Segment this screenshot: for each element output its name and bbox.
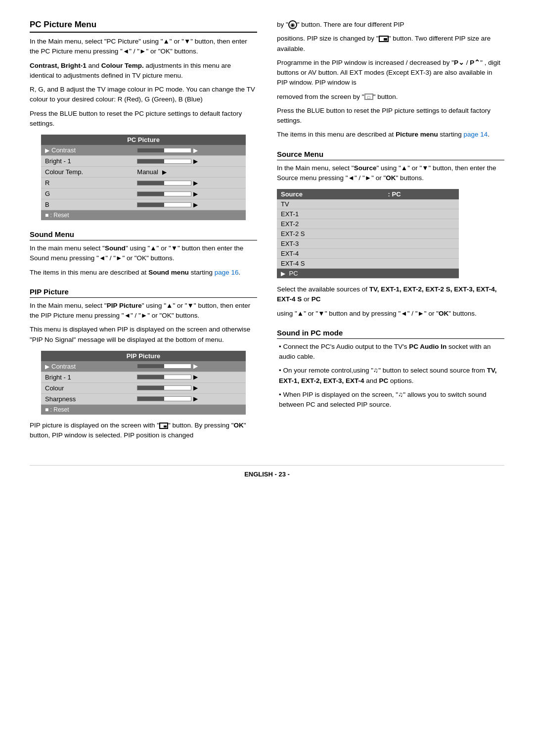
pip-row-sharpness-bar: ▶ <box>133 393 246 404</box>
sound-para2-post: . <box>238 269 240 276</box>
sound-para2-mid: starting <box>189 269 215 276</box>
pip-picture-heading: PIP Picture <box>30 287 257 298</box>
pip-table-reset-row: ■ : Reset <box>41 404 246 415</box>
pc-table-title: PC Picture <box>41 135 246 145</box>
pc-picture-para3: R, G, and B adjust the TV image colour i… <box>30 85 257 105</box>
pc-picture-para4: Press the BLUE button to reset the PC pi… <box>30 109 257 129</box>
sound-in-pc-bullet1: Connect the PC's Audio output to the TV'… <box>279 342 504 362</box>
source-label-pc: ▶ PC <box>277 269 459 279</box>
source-label-ext3: EXT-3 <box>277 239 459 249</box>
source-row-ext1: EXT-1 <box>277 209 459 219</box>
pc-picture-menu-section: PC Picture Menu In the Main menu, select… <box>30 20 257 220</box>
sound-in-pc-bullet3: When PIP is displayed on the screen, "♫"… <box>279 390 504 410</box>
contrast-arrow-left: ▶ <box>45 147 49 154</box>
source-menu-para3: using "▲" or "▼" button and by pressing … <box>277 309 504 319</box>
pc-row-colour-temp-label: Colour Temp. <box>41 167 133 178</box>
pc-row-r-label: R <box>41 178 133 189</box>
g-arrow-right: ▶ <box>193 190 198 197</box>
pc-table-row-b: B ▶ <box>41 199 246 210</box>
pip-table-row-contrast: ▶Contrast ▶ <box>41 361 246 372</box>
pc-table-row-contrast: ▶Contrast ▶ <box>41 145 246 156</box>
pip-row-colour-label: Colour <box>41 382 133 393</box>
pc-picture-table: PC Picture ▶Contrast ▶ Bright - 1 ▶ <box>41 135 246 220</box>
pc-row-contrast-label: ▶Contrast <box>41 145 133 156</box>
source-row-ext2: EXT-2 <box>277 219 459 229</box>
pip-reset-label: ■ : Reset <box>41 404 246 415</box>
sound-in-pc-bullet2: On your remote control,using "♫" button … <box>279 366 504 386</box>
pip-picture-table: PIP Picture ▶Contrast ▶ Bright - 1 ▶ <box>41 351 246 415</box>
pip-table-row-colour: Colour ▶ <box>41 382 246 393</box>
left-column: PC Picture Menu In the Main menu, select… <box>30 20 257 450</box>
right-column: by "◉" button. There are four different … <box>277 20 504 450</box>
pip-row-contrast-bar: ▶ <box>133 361 246 372</box>
source-table-title-left: Source <box>277 189 384 199</box>
pc-table-row-r: R ▶ <box>41 178 246 189</box>
sound-menu-para2: The items in this menu are described at … <box>30 268 257 278</box>
pip-cont-para5: Press the BLUE button to reset the PIP p… <box>277 106 504 126</box>
pc-row-colour-temp-value: Manual ▶ <box>133 167 246 178</box>
pc-row-bright-label: Bright - 1 <box>41 156 133 167</box>
b-arrow-right: ▶ <box>193 201 198 208</box>
pip-picture-para2: This menu is displayed when PIP is displ… <box>30 325 257 345</box>
source-menu-section: Source Menu In the Main menu, select "So… <box>277 150 504 319</box>
source-row-ext4s: EXT-4 S <box>277 259 459 269</box>
footer-text: ENGLISH - 23 - <box>244 471 290 478</box>
source-table-title-right: : PC <box>384 189 459 199</box>
pip-picture-menu-ref: Picture menu <box>396 131 438 138</box>
pc-row-contrast-bar: ▶ <box>133 145 246 156</box>
sound-para2-bold: Sound menu <box>148 269 189 276</box>
source-label-ext4: EXT-4 <box>277 249 459 259</box>
pip-picture-section: PIP Picture In the Main menu, select "PI… <box>30 287 257 441</box>
pip-row-contrast-label: ▶Contrast <box>41 361 133 372</box>
pip-row-bright-label: Bright - 1 <box>41 372 133 382</box>
source-label-ext1: EXT-1 <box>277 209 459 219</box>
pip-row-bright-bar: ▶ <box>133 372 246 382</box>
pc-row-r-bar: ▶ <box>133 178 246 189</box>
source-menu-heading: Source Menu <box>277 150 504 160</box>
pip-table-title-row: PIP Picture <box>41 351 246 361</box>
colour-temp-arrow-right: ▶ <box>162 169 167 176</box>
pip-row-sharpness-label: Sharpness <box>41 393 133 404</box>
pip-table-row-bright: Bright - 1 ▶ <box>41 372 246 382</box>
pc-table-title-row: PC Picture <box>41 135 246 145</box>
source-menu-para1: In the Main menu, select "Source" using … <box>277 163 504 184</box>
r-arrow-right: ▶ <box>193 180 198 187</box>
pc-table-reset-row: ■ : Reset <box>41 210 246 221</box>
pip-cont-para1: by "◉" button. There are four different … <box>277 20 504 30</box>
pc-row-b-bar: ▶ <box>133 199 246 210</box>
pc-table-row-g: G ▶ <box>41 189 246 199</box>
pc-picture-para1: In the Main menu, select "PC Picture" us… <box>30 37 257 57</box>
pc-picture-para2: Contrast, Bright-1 and Colour Temp. adju… <box>30 61 257 81</box>
pc-row-g-label: G <box>41 189 133 199</box>
pc-row-b-label: B <box>41 199 133 210</box>
page-footer: ENGLISH - 23 - <box>30 465 504 478</box>
source-table: Source : PC TV EXT-1 EXT-2 EXT-2 S EXT-3 <box>277 189 459 279</box>
sound-page-link[interactable]: page 16 <box>215 269 239 276</box>
page-container: PC Picture Menu In the Main menu, select… <box>30 20 504 450</box>
sound-menu-para1: In the main menu select "Sound" using "▲… <box>30 243 257 264</box>
sound-para2-pre: The items in this menu are described at <box>30 269 148 276</box>
pip-para1-pre: In the Main menu, select " <box>30 302 107 309</box>
pc-para2-bold1: Contrast, Bright-1 <box>30 62 87 69</box>
source-row-ext3: EXT-3 <box>277 239 459 249</box>
pip-page-link[interactable]: page 14 <box>463 131 488 138</box>
pip-table-row-sharpness: Sharpness ▶ <box>41 393 246 404</box>
pip-table-title: PIP Picture <box>41 351 246 361</box>
pip-cont-para3: Programme in the PIP window is increased… <box>277 58 504 88</box>
source-row-ext2s: EXT-2 S <box>277 229 459 239</box>
pip-picture-para3: PIP picture is displayed on the screen w… <box>30 421 257 441</box>
source-row-tv: TV <box>277 199 459 209</box>
pip-row-colour-bar: ▶ <box>133 382 246 393</box>
pc-row-g-bar: ▶ <box>133 189 246 199</box>
pc-para2-bold2: Colour Temp. <box>101 62 144 69</box>
pip-continued-section: by "◉" button. There are four different … <box>277 20 504 140</box>
source-label-tv: TV <box>277 199 459 209</box>
source-label-ext4s: EXT-4 S <box>277 259 459 269</box>
sound-menu-heading: Sound Menu <box>30 230 257 240</box>
bright-arrow-right: ▶ <box>193 158 198 165</box>
pc-picture-heading: PC Picture Menu <box>30 20 257 33</box>
pip-picture-para1: In the Main menu, select "PIP Picture" u… <box>30 301 257 321</box>
sound-in-pc-heading: Sound in PC mode <box>277 329 504 339</box>
pc-reset-label: ■ : Reset <box>41 210 246 221</box>
source-label-ext2s: EXT-2 S <box>277 229 459 239</box>
